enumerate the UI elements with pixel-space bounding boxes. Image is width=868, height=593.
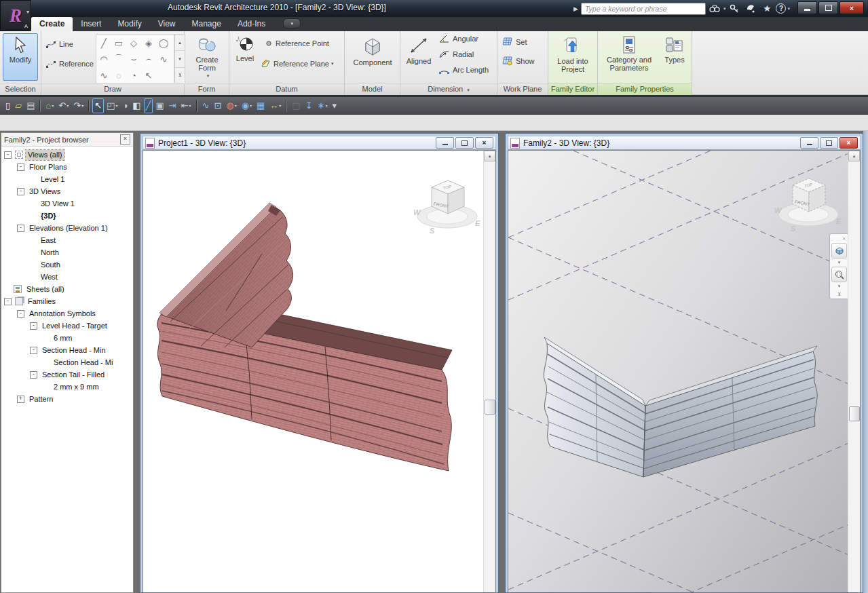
project1-vertical-scrollbar[interactable]: ▴ xyxy=(483,151,495,592)
tree-item-label[interactable]: Section Head - Mi xyxy=(52,358,115,368)
compass-south-label[interactable]: S xyxy=(791,225,796,233)
schedule-button[interactable]: ▦ xyxy=(254,98,267,113)
scroll-thumb[interactable] xyxy=(485,400,495,415)
panel-label-model[interactable]: Model xyxy=(345,83,400,95)
undo-button[interactable]: ↶▾ xyxy=(56,98,71,113)
macros-caret-icon[interactable]: ▾ xyxy=(325,103,327,108)
rectangle-tool-icon[interactable]: ▭ xyxy=(111,35,126,51)
tree-item-floor-plans[interactable]: -Floor Plans xyxy=(1,161,133,173)
save-file-button[interactable]: ▤ xyxy=(24,98,37,113)
family2-close-button[interactable]: × xyxy=(839,137,858,149)
section-button[interactable]: ◧ xyxy=(130,98,143,113)
scroll-up-button[interactable]: ▴ xyxy=(484,151,495,161)
family2-titlebar[interactable]: Family2 - 3D View: {3D} × xyxy=(508,136,861,150)
panel-label-form[interactable]: Form xyxy=(185,83,229,95)
help-options-caret-icon[interactable]: ▾ xyxy=(787,6,790,12)
tree-item-section-tail-filled[interactable]: -Section Tail - Filled xyxy=(1,368,133,381)
tree-item-section-head-min[interactable]: -Section Head - Min xyxy=(1,344,133,356)
types-button[interactable]: Types xyxy=(659,33,690,81)
infocenter-toggle-icon[interactable]: ▶ xyxy=(572,5,580,12)
partial-ellipse-tool-icon[interactable]: ◔ xyxy=(126,67,141,83)
ellipse-tool-icon[interactable]: ◌ xyxy=(111,67,126,83)
help-icon[interactable]: ? xyxy=(776,3,786,14)
compass-east-label[interactable]: E xyxy=(836,217,842,225)
family2-vertical-scrollbar[interactable]: ▴ xyxy=(848,151,860,592)
scroll-thumb[interactable] xyxy=(849,406,860,421)
reference-point-button[interactable]: Reference Point xyxy=(265,39,329,47)
collapse-icon[interactable]: - xyxy=(17,164,24,171)
create-form-button[interactable]: Create Form ▾ xyxy=(190,33,224,81)
compass-east-label[interactable]: E xyxy=(475,219,480,227)
expand-icon[interactable]: + xyxy=(17,396,24,403)
collapse-icon[interactable]: - xyxy=(30,371,37,379)
render-button[interactable]: ◑ xyxy=(120,98,130,113)
panel-label-datum[interactable]: Datum xyxy=(229,83,344,95)
open-file-button[interactable]: ▱ xyxy=(13,98,24,113)
collapse-icon[interactable]: - xyxy=(30,322,37,330)
tab-modify[interactable]: Modify xyxy=(109,17,149,31)
level-button[interactable]: 1 Level xyxy=(231,33,259,81)
modify-cursor-button[interactable]: ↖ xyxy=(92,98,104,113)
project1-minimize-button[interactable] xyxy=(436,137,454,149)
tree-item-3d[interactable]: {3D} xyxy=(1,210,133,222)
tree-item-families[interactable]: -Families xyxy=(1,295,133,307)
macros-button[interactable]: ∗▾ xyxy=(316,98,330,113)
reference-plane-button[interactable]: Reference Plane ▾ xyxy=(259,59,333,69)
fillet-arc-tool-icon[interactable]: ⌢ xyxy=(141,51,156,67)
export-dwg-button[interactable]: ↧ xyxy=(303,98,315,113)
spot-elevation-button[interactable]: ∿ xyxy=(200,98,212,113)
tab-manage[interactable]: Manage xyxy=(184,17,229,31)
project-browser-header[interactable]: Family2 - Project browser × xyxy=(1,133,133,147)
tree-item-label[interactable]: North xyxy=(39,248,61,258)
category-and-parameters-button[interactable]: Category and Parameters xyxy=(601,33,658,81)
tree-item-label[interactable]: Views (all) xyxy=(26,150,64,160)
tree-item-pattern[interactable]: +Pattern xyxy=(1,393,133,405)
tree-item-label[interactable]: 3D Views xyxy=(27,187,62,197)
collapse-icon[interactable]: - xyxy=(4,151,12,159)
redo-button[interactable]: ↷▾ xyxy=(71,98,86,113)
default-3d-view-button[interactable]: ◰▾ xyxy=(105,98,119,113)
close-hidden-windows-button[interactable]: ▣ xyxy=(153,98,166,113)
compass-south-label[interactable]: S xyxy=(430,227,435,235)
tree-item-west[interactable]: West xyxy=(1,271,133,283)
color-fill-caret-icon[interactable]: ▾ xyxy=(250,103,252,108)
render-region-button[interactable]: ◍▾ xyxy=(224,98,238,113)
tree-item-label[interactable]: Section Tail - Filled xyxy=(40,370,107,380)
pick-lines-tool-icon[interactable]: ↖ xyxy=(141,67,156,83)
tree-item-label[interactable]: Families xyxy=(26,296,58,307)
family-types-button[interactable]: ⌂▾ xyxy=(43,98,56,113)
tree-item-label[interactable]: {3D} xyxy=(39,211,58,221)
tree-item-label[interactable]: Annotation Symbols xyxy=(27,309,98,319)
app-minimize-button[interactable] xyxy=(797,1,817,14)
tree-item-2-mm-x-9-mm[interactable]: 2 mm x 9 mm xyxy=(1,381,133,393)
undo-caret-icon[interactable]: ▾ xyxy=(67,103,69,108)
tree-item-6-mm[interactable]: 6 mm xyxy=(1,332,133,344)
collapse-icon[interactable]: - xyxy=(17,310,24,318)
tree-item-section-head-mi[interactable]: Section Head - Mi xyxy=(1,356,133,368)
tree-item-label[interactable]: Pattern xyxy=(27,394,55,404)
minimize-ribbon-button[interactable]: ▾ xyxy=(283,18,301,28)
collapse-icon[interactable]: - xyxy=(30,347,37,354)
collapse-icon[interactable]: - xyxy=(17,188,24,195)
tree-item-3d-view-1[interactable]: 3D View 1 xyxy=(1,197,133,210)
zoom-caret-icon[interactable]: ▾ xyxy=(838,284,841,289)
viewcube[interactable]: W S E TOP FRONT xyxy=(774,171,842,236)
tree-item-annotation-symbols[interactable]: -Annotation Symbols xyxy=(1,307,133,320)
tree-item-label[interactable]: 3D View 1 xyxy=(39,199,77,209)
steering-wheel-button[interactable] xyxy=(831,243,847,259)
worksets-button[interactable]: ⊡ xyxy=(212,98,223,113)
align-caret-icon[interactable]: ▾ xyxy=(189,103,191,108)
tree-item-north[interactable]: North xyxy=(1,246,133,259)
aligned-dimension-button[interactable]: Aligned xyxy=(402,33,436,81)
set-work-plane-button[interactable]: Set xyxy=(502,37,527,47)
tree-item-label[interactable]: Floor Plans xyxy=(27,162,69,172)
keyword-search-input[interactable] xyxy=(581,3,706,15)
compass-west-label[interactable]: W xyxy=(774,206,782,214)
center-ends-arc-tool-icon[interactable]: ⌒ xyxy=(111,51,126,67)
family2-restore-button[interactable] xyxy=(820,137,838,149)
tab-add-ins[interactable]: Add-Ins xyxy=(229,17,273,31)
panel-label-draw[interactable]: Draw xyxy=(41,83,184,95)
tree-item-level-head-target[interactable]: -Level Head - Target xyxy=(1,320,133,332)
redo-caret-icon[interactable]: ▾ xyxy=(81,103,83,108)
align-button[interactable]: ⇤▾ xyxy=(179,98,193,113)
